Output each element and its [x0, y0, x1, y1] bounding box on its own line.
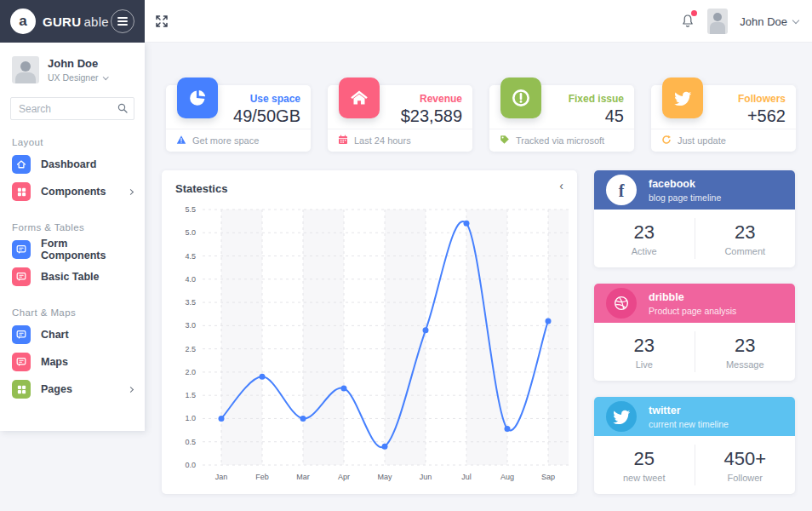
stat-label: Revenue: [420, 93, 462, 105]
svg-text:1.5: 1.5: [185, 391, 196, 399]
social-stat: 23 Active: [594, 210, 695, 267]
chevron-left-icon[interactable]: ‹: [559, 179, 563, 192]
social-stat-label: new tweet: [623, 473, 666, 483]
social-card-header: f facebook blog page timeline: [594, 170, 795, 210]
social-card-twitter: twitter current new timeline 25 new twee…: [594, 397, 795, 494]
svg-text:3.0: 3.0: [185, 321, 196, 330]
chevron-right-icon: [128, 188, 134, 194]
social-stat: 25 new tweet: [594, 436, 695, 494]
user-name-label: John Doe: [740, 15, 787, 28]
chevron-right-icon: [128, 386, 134, 392]
social-network-name: twitter: [649, 405, 729, 416]
statistics-line-chart: 0.00.51.01.52.02.53.03.54.04.55.05.5JanF…: [162, 203, 577, 489]
stat-footer-text: Tracked via microsoft: [516, 135, 604, 146]
sidebar-item-form-components[interactable]: Form Components: [0, 236, 145, 263]
sidebar-item-label: Dashboard: [41, 158, 96, 170]
basic-table-icon: [12, 267, 31, 286]
expand-arrows-icon[interactable]: [153, 13, 170, 30]
stat-value: 45: [605, 106, 624, 126]
svg-text:Feb: Feb: [255, 473, 269, 481]
profile-name: John Doe: [48, 57, 107, 70]
svg-text:May: May: [377, 473, 392, 481]
sidebar-item-components[interactable]: Components: [0, 178, 145, 205]
notifications-bell-icon[interactable]: [680, 13, 695, 30]
dashboard-page: a GURUable: [0, 0, 812, 511]
profile-role[interactable]: UX Designer: [48, 72, 107, 83]
sidebar-item-label: Maps: [41, 356, 68, 368]
sidebar-profile[interactable]: John Doe UX Designer: [0, 43, 145, 83]
pie-chart-icon: [177, 78, 218, 118]
chart-icon: [12, 325, 31, 344]
sidebar-item-label: Basic Table: [41, 271, 100, 283]
svg-text:2.0: 2.0: [185, 368, 196, 376]
stat-value: $23,589: [401, 106, 462, 126]
notification-dot: [691, 10, 697, 16]
sidebar-item-maps[interactable]: Maps: [0, 348, 145, 376]
social-network-name: facebook: [649, 178, 721, 190]
stat-card-followers: Followers+562Just update: [651, 85, 796, 152]
sidebar-item-chart[interactable]: Chart: [0, 321, 145, 348]
user-menu[interactable]: John Doe: [740, 15, 798, 28]
social-stat-label: Comment: [724, 246, 765, 256]
brand[interactable]: a GURUable: [0, 0, 145, 43]
svg-text:5.5: 5.5: [185, 205, 196, 214]
svg-text:4.5: 4.5: [185, 252, 196, 261]
sidebar: John Doe UX Designer LayoutDashboardComp…: [0, 43, 145, 431]
search-icon[interactable]: [117, 102, 129, 118]
stat-footer: Tracked via microsoft: [489, 129, 634, 152]
sidebar-item-label: Chart: [41, 329, 69, 341]
svg-text:Jul: Jul: [461, 473, 472, 481]
social-card-header: twitter current new timeline: [594, 397, 795, 436]
maps-icon: [12, 353, 31, 371]
social-card-body: 23 Active 23 Comment: [594, 210, 795, 267]
svg-text:5.0: 5.0: [185, 228, 196, 237]
profile-avatar: [12, 56, 39, 83]
stat-footer-text: Get more space: [192, 135, 259, 146]
twitter-icon: [606, 401, 637, 432]
social-card-dribble: dribble Product page analysis 23 Live 23…: [594, 284, 795, 381]
social-card-header: dribble Product page analysis: [594, 284, 795, 323]
social-stat-label: Live: [636, 359, 653, 370]
sidebar-item-pages[interactable]: Pages: [0, 376, 145, 403]
svg-text:Aug: Aug: [500, 473, 514, 481]
stat-label: Fixed issue: [569, 93, 624, 105]
stat-label: Followers: [738, 93, 786, 105]
social-card-body: 23 Live 23 Message: [594, 323, 795, 381]
chevron-down-icon: [103, 74, 108, 79]
sidebar-item-dashboard[interactable]: Dashboard: [0, 151, 145, 178]
svg-text:1.0: 1.0: [185, 414, 196, 422]
sidebar-item-label: Form Components: [41, 238, 133, 261]
facebook-icon: f: [606, 175, 637, 205]
social-stat-value: 23: [634, 335, 655, 357]
social-stat-label: Follower: [727, 473, 763, 483]
brand-name-bold: GURU: [43, 14, 81, 29]
svg-text:0.5: 0.5: [185, 438, 196, 446]
stat-value: +562: [747, 106, 786, 126]
brand-name: GURUable: [43, 14, 109, 29]
stat-footer: Last 24 hours: [328, 129, 472, 152]
stat-label: Use space: [250, 93, 300, 105]
chevron-down-icon: [792, 16, 799, 23]
svg-text:Sap: Sap: [541, 473, 555, 481]
statistics-title: Statestics: [175, 182, 227, 195]
stat-card-fixed-issue: Fixed issue45Tracked via microsoft: [489, 85, 634, 152]
social-stat: 450+ Follower: [695, 436, 796, 494]
menu-toggle-button[interactable]: [111, 9, 134, 33]
stat-footer-text: Just update: [678, 135, 726, 146]
house-icon: [339, 78, 380, 118]
user-avatar[interactable]: [707, 9, 728, 34]
social-stat-value: 23: [735, 335, 755, 357]
stat-card-use-space: Use space49/50GBGet more space: [166, 85, 311, 152]
svg-text:Jan: Jan: [215, 473, 228, 481]
dribbble-icon: [606, 288, 637, 319]
tag-icon: [500, 133, 510, 148]
sidebar-item-label: Components: [41, 186, 106, 198]
alert-icon: [500, 78, 541, 118]
social-stat-value: 450+: [723, 448, 766, 470]
social-stat-value: 23: [735, 221, 755, 244]
stat-footer-text: Last 24 hours: [354, 135, 411, 146]
brand-name-light: able: [83, 14, 109, 29]
social-subtitle: current new timeline: [649, 419, 729, 429]
stat-value: 49/50GB: [233, 106, 300, 126]
sidebar-item-basic-table[interactable]: Basic Table: [0, 263, 145, 290]
